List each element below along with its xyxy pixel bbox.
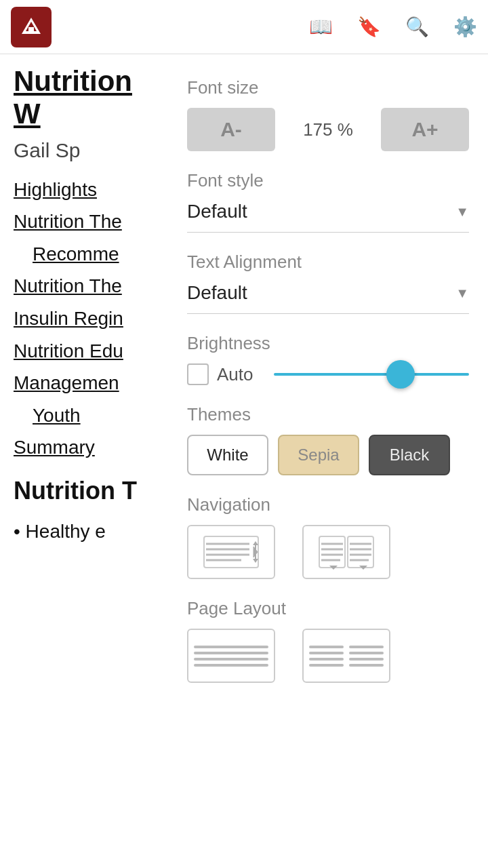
book-author: Gail Sp: [14, 139, 159, 162]
list-item[interactable]: Recomme: [14, 243, 159, 266]
header: 📖 🔖 🔍 ⚙️: [0, 0, 488, 54]
layout-icons-row: [187, 629, 469, 683]
navigation-label: Navigation: [187, 494, 469, 515]
brightness-controls: Auto: [187, 363, 469, 385]
themes-row: White Sepia Black: [187, 435, 469, 475]
vertical-scroll-icon: [201, 533, 262, 571]
vertical-scroll-button[interactable]: [187, 525, 275, 579]
list-item[interactable]: Youth: [14, 404, 159, 427]
font-decrease-button[interactable]: A-: [187, 108, 275, 151]
font-size-controls: A- 175 % A+: [187, 108, 469, 151]
brightness-slider[interactable]: [274, 373, 470, 376]
brightness-slider-thumb[interactable]: [386, 360, 415, 389]
book-bullet: • Healthy e: [14, 521, 159, 542]
horizontal-scroll-button[interactable]: [302, 525, 390, 579]
single-column-lines: [194, 646, 268, 667]
svg-marker-9: [253, 541, 258, 545]
svg-rect-11: [319, 536, 345, 568]
list-item[interactable]: Nutrition The: [14, 275, 159, 298]
book-toc: Highlights Nutrition The Recomme Nutriti…: [14, 178, 159, 459]
themes-label: Themes: [187, 404, 469, 425]
bookmark-icon[interactable]: 🔖: [357, 16, 381, 38]
text-alignment-label: Text Alignment: [187, 252, 469, 273]
auto-brightness-label: Auto: [217, 364, 253, 385]
navigation-section: Navigation: [187, 494, 469, 579]
font-increase-button[interactable]: A+: [381, 108, 469, 151]
header-icons: 📖 🔖 🔍 ⚙️: [309, 16, 477, 38]
book-section-title: Nutrition T: [14, 475, 159, 507]
list-item[interactable]: Nutrition The: [14, 210, 159, 233]
two-column-lines: [309, 646, 384, 667]
theme-black-button[interactable]: Black: [369, 435, 450, 475]
font-style-label: Font style: [187, 170, 469, 191]
settings-panel: Font size A- 175 % A+ Font style Default…: [168, 54, 488, 868]
auto-brightness-checkbox[interactable]: [187, 363, 209, 385]
book-content: Nutrition W Gail Sp Highlights Nutrition…: [0, 54, 173, 553]
brightness-label: Brightness: [187, 333, 469, 354]
list-item[interactable]: Nutrition Edu: [14, 340, 159, 363]
app-logo[interactable]: [11, 7, 52, 47]
list-item[interactable]: Managemen: [14, 372, 159, 395]
text-alignment-dropdown[interactable]: Default ▼: [187, 282, 469, 314]
book-title: Nutrition W: [14, 65, 159, 131]
text-alignment-value: Default: [187, 282, 247, 304]
svg-marker-10: [253, 559, 258, 563]
search-icon[interactable]: 🔍: [405, 16, 429, 38]
logo-icon: [19, 15, 43, 39]
theme-sepia-button[interactable]: Sepia: [278, 435, 359, 475]
font-style-value: Default: [187, 201, 247, 222]
svg-rect-16: [348, 536, 373, 568]
page-layout-section: Page Layout: [187, 598, 469, 683]
list-item[interactable]: Insulin Regin: [14, 307, 159, 330]
list-item[interactable]: Summary: [14, 436, 159, 459]
page-layout-label: Page Layout: [187, 598, 469, 619]
font-size-label: Font size: [187, 77, 469, 98]
layout-col-right: [349, 646, 384, 667]
navigation-icons-row: [187, 525, 469, 579]
font-style-dropdown[interactable]: Default ▼: [187, 201, 469, 233]
font-size-value: 175 %: [275, 119, 381, 140]
list-item[interactable]: Highlights: [14, 178, 159, 201]
brightness-section: Brightness Auto: [187, 333, 469, 385]
theme-white-button[interactable]: White: [187, 435, 268, 475]
svg-rect-1: [204, 536, 258, 568]
themes-section: Themes White Sepia Black: [187, 404, 469, 475]
single-column-layout-button[interactable]: [187, 629, 275, 683]
chevron-down-icon: ▼: [455, 204, 469, 220]
svg-rect-0: [28, 27, 34, 34]
settings-icon[interactable]: ⚙️: [453, 16, 477, 38]
layout-col-left: [309, 646, 344, 667]
book-icon[interactable]: 📖: [309, 16, 333, 38]
horizontal-scroll-icon: [316, 533, 377, 571]
chevron-down-icon: ▼: [455, 285, 469, 301]
auto-brightness-wrap: Auto: [187, 363, 253, 385]
two-column-layout-button[interactable]: [302, 629, 390, 683]
